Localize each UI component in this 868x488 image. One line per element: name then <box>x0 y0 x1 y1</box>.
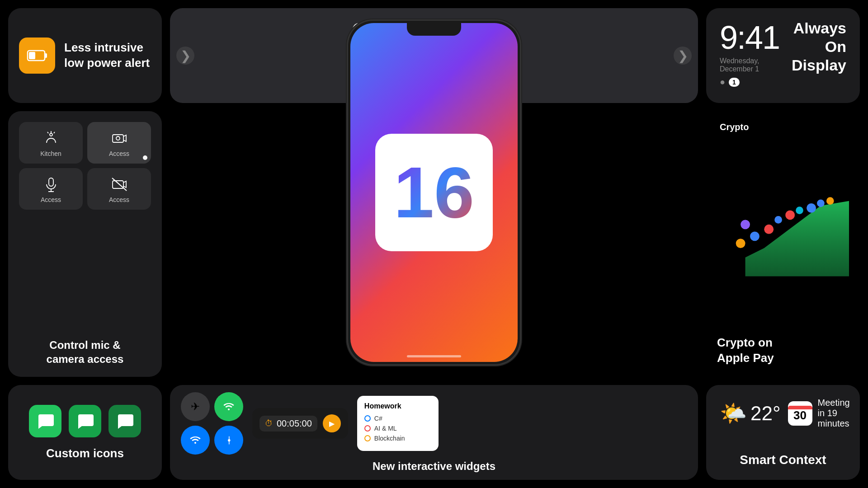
svg-point-16 <box>750 231 760 241</box>
cam-crossed: Access <box>87 168 151 210</box>
toggle-label[interactable]: 1 <box>729 78 740 87</box>
phone-screen: 16 <box>350 23 518 362</box>
cc-bluetooth-btn[interactable]: ⍿ <box>214 426 243 455</box>
svg-line-6 <box>54 132 55 133</box>
homework-widget: Homework C# AI & ML Blockchain <box>357 396 439 451</box>
cam-active-dot <box>143 155 147 160</box>
card-widgets: ✈ ⍿ ⏱ 00:05:00 ▶ Homework <box>170 385 698 480</box>
icons-row <box>29 405 141 437</box>
cam-camera-label: Access <box>109 150 129 157</box>
svg-point-20 <box>785 211 795 220</box>
split-arrow-right[interactable]: ❯ <box>674 47 692 65</box>
power-alert-text: Less intrusive low power alert <box>64 40 150 71</box>
widgets-row: ✈ ⍿ ⏱ 00:05:00 ▶ Homework <box>181 392 687 455</box>
calendar-icon: 30 <box>788 401 812 426</box>
cc-wifi-alt-btn[interactable] <box>214 392 243 421</box>
phone-notch <box>407 23 461 36</box>
msg-icon-1 <box>29 405 61 437</box>
phone-home-bar <box>407 355 461 357</box>
aod-title: Always On Display <box>792 19 846 74</box>
battery-icon <box>19 38 55 74</box>
svg-rect-12 <box>113 181 123 188</box>
hw-dot-csharp <box>364 415 371 422</box>
svg-rect-2 <box>29 52 35 59</box>
cc-airplane-btn[interactable]: ✈ <box>181 392 210 421</box>
cam-kitchen-label: Kitchen <box>40 150 61 157</box>
play-button[interactable]: ▶ <box>323 414 341 432</box>
card-low-power: Less intrusive low power alert <box>8 8 162 103</box>
widgets-label: New interactive widgets <box>181 460 687 473</box>
hw-item-aiml: AI & ML <box>364 425 431 432</box>
hw-label-blockchain: Blockchain <box>374 435 405 442</box>
homework-title: Homework <box>364 402 431 410</box>
ios16-logo: 16 <box>375 134 493 251</box>
svg-point-15 <box>736 239 745 248</box>
svg-rect-1 <box>45 53 47 58</box>
timer-display: ⏱ 00:05:00 <box>259 416 317 432</box>
cam-crossed-label: Access <box>109 196 129 203</box>
aod-toggle: ● 1 <box>720 77 792 87</box>
svg-point-18 <box>741 220 750 229</box>
cam-kitchen: Kitchen <box>19 122 83 164</box>
timer-time: 00:05:00 <box>277 418 312 429</box>
card-camera-access: Kitchen Access Access <box>8 111 162 377</box>
hw-label-csharp: C# <box>374 415 382 422</box>
svg-point-17 <box>764 225 774 234</box>
hw-item-csharp: C# <box>364 415 431 422</box>
timer-clock-icon: ⏱ <box>265 419 273 428</box>
weather-icon: 🌤️ <box>720 401 747 426</box>
svg-point-19 <box>774 216 782 224</box>
cam-mic: Access <box>19 168 83 210</box>
cal-day: 30 <box>793 409 807 421</box>
crypto-chart <box>717 137 849 331</box>
svg-point-24 <box>826 197 834 205</box>
card-crypto: Crypto Crypto on Apple Pay <box>706 111 860 377</box>
cam-mic-label: Access <box>41 196 61 203</box>
svg-line-5 <box>47 132 48 133</box>
custom-icons-label: Custom icons <box>46 446 124 460</box>
meeting-widget: 30 Meeting in 19 minutes <box>788 398 850 429</box>
crypto-app-name: Crypto <box>720 122 749 132</box>
crypto-chart-svg <box>717 137 849 331</box>
ios16-number: 16 <box>394 156 474 229</box>
card-smart-context: 🌤️ 22° 30 Meeting in 19 minutes Smart Co… <box>706 385 860 480</box>
aod-date: Wednesday, December 1 <box>720 57 792 73</box>
phone-frame: 16 <box>348 21 520 364</box>
svg-point-3 <box>50 133 52 136</box>
cam-camera: Access <box>87 122 151 164</box>
svg-rect-9 <box>49 178 53 186</box>
aod-time: 9:41 <box>720 19 792 56</box>
weather-widget: 🌤️ 22° <box>720 401 781 426</box>
hw-dot-blockchain <box>364 435 371 441</box>
control-center: ✈ ⍿ <box>181 392 243 455</box>
temperature: 22° <box>750 402 781 425</box>
svg-point-8 <box>116 136 120 140</box>
card-always-on-display: 9:41 Wednesday, December 1 ● 1 Always On… <box>706 8 860 103</box>
card-custom-icons: Custom icons <box>8 385 162 480</box>
svg-point-23 <box>817 200 825 207</box>
timer-widget: ⏱ 00:05:00 ▶ <box>252 408 348 439</box>
camera-title: Control mic & camera access <box>47 338 124 366</box>
crypto-footer: Crypto on Apple Pay <box>717 335 774 366</box>
svg-point-21 <box>796 206 803 214</box>
split-arrow-left[interactable]: ❯ <box>176 47 194 65</box>
smart-top-row: 🌤️ 22° 30 Meeting in 19 minutes <box>720 398 846 429</box>
cc-wifi-btn[interactable] <box>181 426 210 455</box>
smart-context-label: Smart Context <box>740 453 826 467</box>
meeting-text: Meeting in 19 minutes <box>818 398 850 429</box>
svg-point-22 <box>807 203 816 213</box>
hw-label-aiml: AI & ML <box>374 425 397 432</box>
camera-grid: Kitchen Access Access <box>19 122 151 210</box>
msg-icon-3 <box>108 405 141 437</box>
hw-dot-aiml <box>364 425 371 432</box>
svg-rect-7 <box>113 135 123 142</box>
hw-item-blockchain: Blockchain <box>364 435 431 442</box>
msg-icon-2 <box>69 405 101 437</box>
crypto-header: Crypto <box>717 122 749 132</box>
